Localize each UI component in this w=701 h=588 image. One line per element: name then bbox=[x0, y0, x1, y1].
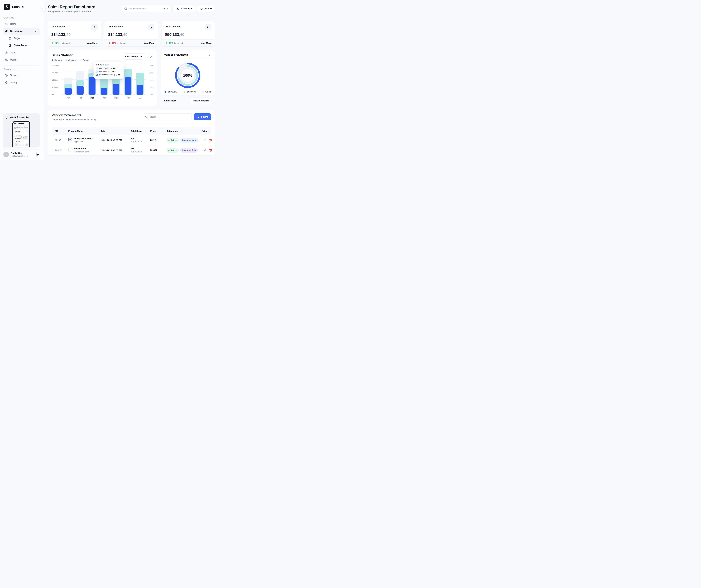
stat-label: Total Customer bbox=[165, 25, 181, 28]
sidebar-item-home[interactable]: Home bbox=[3, 21, 40, 27]
brand-logo-icon: S bbox=[4, 4, 10, 10]
stat-value: $34.133,40 bbox=[51, 32, 97, 37]
product-name: iPhone 16 Pro Max bbox=[74, 137, 94, 140]
profile-email: Fadilla@sansUI.com bbox=[11, 155, 34, 157]
sidebar-item-label: Support bbox=[10, 74, 18, 77]
customize-button[interactable]: Customize bbox=[174, 5, 195, 12]
vendor-table: #IDProduct NameDateTotal OrderPriceCateg… bbox=[48, 124, 215, 155]
filters-button[interactable]: Filters bbox=[194, 113, 211, 120]
vendor-movements-subtitle: Keep track of vendors and their security… bbox=[52, 118, 97, 121]
category-badge: Customer data bbox=[180, 138, 198, 142]
delete-icon[interactable] bbox=[209, 138, 212, 142]
brand-logo-row: S Sans UI bbox=[3, 3, 40, 10]
vendor-movements-title: Vendor movements bbox=[52, 113, 97, 117]
home-icon bbox=[5, 22, 8, 25]
shortcut-badge: ⌘ + K bbox=[162, 7, 170, 11]
column-header-product-name: Product Name bbox=[68, 130, 100, 132]
trend-note: last month bbox=[174, 42, 184, 44]
stat-value: $14.133,40 bbox=[108, 32, 155, 37]
users-icon bbox=[5, 58, 8, 61]
phone-chart-tooltip: June 12, 2023 Gross Yield : $25,937Net Y… bbox=[21, 135, 29, 139]
column-header-date: Date bbox=[100, 130, 131, 132]
category-badge: Business data bbox=[180, 148, 198, 153]
bar-sleman-jan bbox=[65, 87, 72, 95]
table-row: #0193 iPhone 16 Pro Max Apple.com 1-Jun-… bbox=[52, 135, 211, 145]
column-header-total-order: Total Order bbox=[131, 130, 150, 132]
phone-dollar-icon: $ bbox=[26, 130, 28, 132]
date-range-dropdown[interactable]: Last 30 days bbox=[123, 53, 146, 59]
phone-hamburger-icon bbox=[14, 122, 16, 124]
sidebar-item-label: Sales Report bbox=[14, 44, 28, 47]
global-search-input[interactable]: Search something ... ⌘ + K bbox=[122, 5, 172, 12]
bar-sleman-may bbox=[113, 84, 120, 95]
sidebar-item-project[interactable]: Project bbox=[3, 35, 40, 42]
sidebar-collapse-button[interactable] bbox=[40, 6, 45, 11]
phone-mockup: Sales Report Dashboard Manage team and a… bbox=[12, 121, 30, 147]
sidebar-item-support[interactable]: Support bbox=[3, 72, 40, 79]
tooltip-row: Net Yield : $17,363 bbox=[96, 70, 121, 73]
mobile-responsive-card: Mobile Responsive Sales Report Dashboard… bbox=[3, 113, 40, 148]
legend-item-sleman: Sleman bbox=[52, 59, 62, 61]
bar-group-jul[interactable] bbox=[134, 64, 146, 95]
view-more-link[interactable]: View More bbox=[201, 42, 211, 44]
chart-download-button[interactable] bbox=[147, 53, 153, 59]
phone-chart-legend: SlemanGejayanBantul bbox=[15, 139, 28, 140]
cell-id: #0193 bbox=[55, 139, 68, 141]
column-header-id: #ID bbox=[55, 130, 68, 132]
cell-date: 2-Jun-2023 08:20 PM bbox=[100, 149, 131, 152]
edit-icon[interactable] bbox=[203, 138, 207, 142]
sidebar-nav-account: Support Setting bbox=[3, 72, 40, 86]
view-more-link[interactable]: View More bbox=[144, 42, 154, 44]
tooltip-row: Potential Equity : $9,600 bbox=[96, 74, 121, 76]
view-more-link[interactable]: View More bbox=[87, 42, 97, 44]
trend-note: last month bbox=[60, 42, 70, 44]
view-full-report-button[interactable]: View full report bbox=[190, 97, 211, 104]
y-axis-left-labels: $100.000$75.000$50.000$25.000$0 bbox=[52, 64, 61, 95]
sidebar-item-setting[interactable]: Setting bbox=[3, 79, 40, 86]
vendor-legend-shopping: Shopping bbox=[165, 90, 177, 93]
sidebar-item-label: Setting bbox=[10, 81, 17, 84]
sidebar-item-label: Home bbox=[10, 23, 16, 25]
sidebar-item-users[interactable]: Users bbox=[3, 56, 40, 63]
delete-icon[interactable] bbox=[209, 149, 212, 152]
search-placeholder: Search something ... bbox=[129, 7, 160, 10]
sidebar-item-dashboard[interactable]: Dashboard bbox=[3, 28, 40, 35]
chevron-down-icon bbox=[140, 55, 143, 58]
bar-sleman-jul bbox=[137, 85, 143, 95]
cell-price: $1,464 bbox=[150, 149, 167, 152]
profile-name: Fadilla Nur bbox=[11, 152, 34, 155]
bar-group-feb[interactable] bbox=[74, 64, 86, 95]
learn-more-link[interactable]: Learn more bbox=[164, 99, 176, 102]
month-label-jun: Jun bbox=[122, 97, 134, 99]
profile-row: Fadilla Nur Fadilla@sansUI.com bbox=[3, 150, 40, 158]
export-button[interactable]: Export bbox=[197, 5, 215, 12]
logout-icon[interactable] bbox=[36, 153, 39, 156]
kebab-menu-icon[interactable] bbox=[207, 53, 211, 57]
sidebar-item-sales-report[interactable]: Sales Report bbox=[3, 42, 40, 49]
sidebar: S Sans UI Main Menu Home Dashboard Proje… bbox=[0, 0, 43, 160]
bar-group-jun[interactable] bbox=[122, 64, 134, 95]
phone-trend-value: 40% bbox=[16, 135, 17, 135]
pie-icon bbox=[8, 44, 11, 47]
task-icon bbox=[5, 51, 8, 54]
row-checkbox[interactable] bbox=[68, 148, 72, 152]
page-subtitle: Manage team and account permissions here bbox=[48, 10, 95, 13]
sidebar-item-task[interactable]: Task bbox=[3, 49, 40, 56]
svg-text:100%: 100% bbox=[183, 73, 192, 77]
users-icon bbox=[207, 26, 210, 29]
phone-download-icon bbox=[21, 141, 23, 142]
edit-icon[interactable] bbox=[203, 149, 207, 152]
sales-legend: SlemanGejayanBantul bbox=[52, 59, 89, 61]
bar-group-jan[interactable] bbox=[62, 64, 74, 95]
vendor-legend-business: Business bbox=[184, 90, 196, 93]
column-header-price: Price bbox=[150, 130, 167, 132]
export-icon bbox=[200, 7, 203, 10]
search-icon bbox=[145, 115, 148, 118]
stat-label: Total Revenue bbox=[108, 25, 124, 28]
row-checkbox[interactable] bbox=[68, 138, 72, 141]
phone-chart-axes: $100.00040%$75.00030%$50.00020% bbox=[15, 143, 28, 146]
download-cloud-icon bbox=[149, 55, 152, 58]
table-search-input[interactable]: Search bbox=[143, 113, 192, 120]
bar-sleman-mar bbox=[89, 77, 95, 95]
status-badge: Active bbox=[167, 148, 179, 153]
